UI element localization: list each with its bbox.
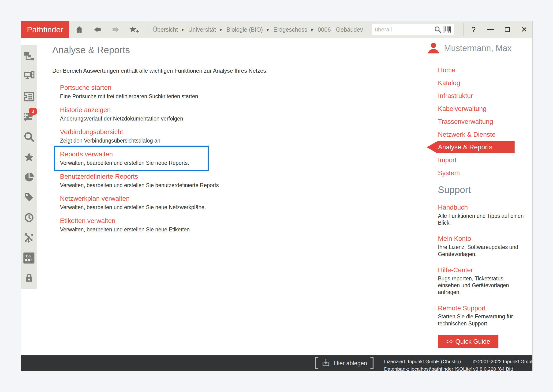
support-description: Alle Funktionen und Tipps auf einen Blic… bbox=[438, 213, 525, 226]
topology-icon[interactable] bbox=[21, 228, 37, 248]
link-item: Netzwerkplan verwalten Verwalten, bearbe… bbox=[60, 195, 343, 210]
tasks-icon[interactable]: 3 bbox=[21, 107, 37, 127]
link-historie-anzeigen[interactable]: Historie anzeigen bbox=[60, 106, 111, 114]
breadcrumb-separator-icon: ▶ bbox=[267, 28, 270, 31]
forward-icon[interactable] bbox=[111, 25, 121, 34]
support-heading: Support bbox=[427, 184, 527, 195]
toolbar bbox=[74, 25, 139, 34]
drop-bracket-left bbox=[315, 357, 318, 369]
link-handbuch[interactable]: Handbuch bbox=[438, 203, 468, 211]
history-icon[interactable] bbox=[21, 208, 37, 228]
database-line: Datenbank: localhost\pathfinder [SQLite] bbox=[384, 365, 472, 373]
title-bar: Pathfinder Übersicht ▶ Universität ▶ Bio… bbox=[21, 21, 532, 38]
link-item: Etiketten verwalten Verwalten, bearbeite… bbox=[60, 217, 343, 233]
link-verbindungsuebersicht[interactable]: Verbindungsübersicht bbox=[60, 128, 123, 136]
page-title: Analyse & Reports bbox=[52, 45, 343, 55]
nav-item-kabelverwaltung[interactable]: Kabelverwaltung bbox=[427, 102, 527, 115]
link-benutzerdefinierte-reports[interactable]: Benutzerdefinierte Reports bbox=[60, 173, 138, 180]
link-description: Verwalten, bearbeiten und erstellen Sie … bbox=[60, 160, 205, 166]
link-etiketten-verwalten[interactable]: Etiketten verwalten bbox=[60, 217, 116, 224]
barcode-icon[interactable] bbox=[443, 25, 451, 34]
link-item: Portsuche starten Eine Portsuche mit fre… bbox=[60, 84, 343, 100]
breadcrumb: Übersicht ▶ Universität ▶ Biologie (BIO)… bbox=[153, 26, 363, 33]
nav-item-analyse-reports[interactable]: Analyse & Reports bbox=[427, 141, 515, 153]
nav-item-system[interactable]: System bbox=[427, 167, 527, 179]
support-item: Remote Support Starten Sie die Fernwartu… bbox=[427, 304, 525, 327]
app-logo: Pathfinder bbox=[21, 21, 69, 38]
home-icon[interactable] bbox=[74, 25, 84, 34]
link-remote-support[interactable]: Remote Support bbox=[438, 304, 486, 312]
window-controls: ? ✕ bbox=[465, 21, 533, 38]
maximize-button[interactable] bbox=[499, 21, 516, 38]
favorites-icon[interactable] bbox=[21, 147, 37, 167]
controls-divider bbox=[463, 23, 464, 36]
breadcrumb-item[interactable]: Erdgeschoss bbox=[273, 26, 307, 33]
quick-guide-button[interactable]: >> Quick Guide bbox=[438, 335, 498, 348]
user-name: Mustermann, Max bbox=[444, 43, 512, 53]
nav-item-netzwerk-dienste[interactable]: Netzwerk & Dienste bbox=[427, 128, 527, 141]
user-avatar-icon bbox=[427, 42, 440, 55]
nav-item-trassenverwaltung[interactable]: Trassenverwaltung bbox=[427, 115, 527, 128]
nav-item-import[interactable]: Import bbox=[427, 154, 527, 167]
labels-icon[interactable] bbox=[21, 187, 37, 208]
drop-zone-label: Hier ablegen bbox=[334, 360, 367, 367]
main-nav: Home Katalog Infrastruktur Kabelverwaltu… bbox=[427, 63, 527, 179]
link-portsuche-starten[interactable]: Portsuche starten bbox=[60, 84, 111, 91]
breadcrumb-separator-icon: ▶ bbox=[182, 28, 184, 31]
close-button[interactable]: ✕ bbox=[516, 21, 533, 38]
nav-item-infrastruktur[interactable]: Infrastruktur bbox=[427, 89, 527, 102]
tasks-badge: 3 bbox=[29, 108, 37, 115]
devices-icon[interactable] bbox=[21, 66, 37, 86]
reports-icon[interactable] bbox=[21, 167, 37, 187]
plan-icon[interactable] bbox=[21, 46, 37, 66]
support-description: Bugs reporten, Ticketstatus einsehen und… bbox=[438, 275, 525, 296]
back-icon[interactable] bbox=[92, 25, 103, 34]
drop-bracket-right bbox=[370, 357, 373, 369]
link-description: Verwalten, bearbeiten und erstellen Sie … bbox=[60, 182, 343, 188]
support-description: Starten Sie die Fernwartung für technisc… bbox=[438, 313, 525, 327]
app-window: Pathfinder Übersicht ▶ Universität ▶ Bio… bbox=[21, 21, 533, 371]
link-description: Verwalten, bearbeiten und erstellen Sie … bbox=[60, 226, 343, 233]
breadcrumb-item[interactable]: Biologie (BIO) bbox=[226, 26, 263, 33]
breadcrumb-separator-icon: ▶ bbox=[220, 28, 222, 31]
link-description: Änderungsverlauf der Netzdokumentation v… bbox=[60, 116, 343, 122]
highlight-box: Reports verwalten Verwalten, bearbeiten … bbox=[54, 146, 209, 171]
toolbar-divider bbox=[147, 23, 147, 36]
nav-item-home[interactable]: Home bbox=[427, 63, 527, 77]
help-button[interactable]: ? bbox=[465, 21, 482, 38]
link-netzwerkplan-verwalten[interactable]: Netzwerkplan verwalten bbox=[60, 195, 130, 202]
copyright-line: © 2001-2022 tripunkt GmbH bbox=[473, 358, 535, 365]
maximize-icon bbox=[505, 27, 510, 32]
ip-addresses-icon[interactable]: 192. 0.0.1 bbox=[21, 248, 37, 268]
main-content: Analyse & Reports Der Bereich Auswertung… bbox=[52, 45, 343, 239]
support-item: Hilfe-Center Bugs reporten, Ticketstatus… bbox=[427, 266, 525, 296]
minimize-icon bbox=[487, 29, 494, 30]
copyright-info: © 2001-2022 tripunkt GmbH v3.8.0.220 (64… bbox=[473, 358, 535, 372]
version-line: v3.8.0.220 (64 Bit) bbox=[473, 365, 535, 373]
action-link-list: Portsuche starten Eine Portsuche mit fre… bbox=[60, 84, 343, 233]
drop-zone[interactable]: Hier ablegen bbox=[315, 357, 373, 369]
page-intro: Der Bereich Auswertungen enthält alle wi… bbox=[52, 68, 343, 74]
search-input[interactable] bbox=[374, 26, 433, 33]
support-description: Ihre Lizenz, Softwareupdates und Gerätev… bbox=[438, 244, 525, 258]
minimize-button[interactable] bbox=[482, 21, 499, 38]
link-description: Eine Portsuche mit frei definierbaren Su… bbox=[60, 93, 343, 99]
breadcrumb-separator-icon: ▶ bbox=[311, 28, 314, 31]
magnifier-icon[interactable] bbox=[434, 25, 442, 34]
support-item: Handbuch Alle Funktionen und Tipps auf e… bbox=[427, 203, 525, 226]
security-icon[interactable] bbox=[21, 268, 37, 288]
link-reports-verwalten[interactable]: Reports verwalten bbox=[60, 151, 113, 158]
status-bar: Hier ablegen Lizenziert: tripunkt GmbH (… bbox=[21, 355, 532, 371]
floorplan-icon[interactable] bbox=[21, 86, 37, 107]
link-description: Zeigt den Verbindungsübersichtsdialog an bbox=[60, 138, 343, 144]
license-line: Lizenziert: tripunkt GmbH (Christin) bbox=[384, 358, 472, 365]
breadcrumb-item[interactable]: Universität bbox=[188, 26, 216, 33]
user-menu[interactable]: Mustermann, Max bbox=[427, 41, 527, 55]
breadcrumb-item[interactable]: Übersicht bbox=[153, 26, 178, 33]
breadcrumb-item[interactable]: 0006 - Gebäudev bbox=[318, 26, 363, 33]
add-favorite-icon[interactable] bbox=[129, 25, 139, 34]
nav-item-katalog[interactable]: Katalog bbox=[427, 77, 527, 89]
search-icon[interactable] bbox=[21, 127, 37, 147]
link-mein-konto[interactable]: Mein Konto bbox=[438, 235, 471, 243]
link-hilfe-center[interactable]: Hilfe-Center bbox=[438, 266, 473, 274]
